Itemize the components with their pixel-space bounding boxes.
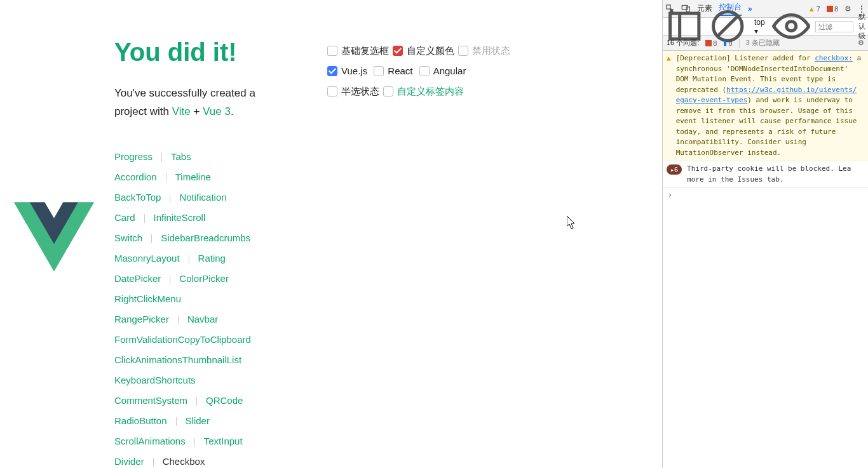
nav-separator <box>196 397 197 406</box>
nav-link-progress[interactable]: Progress <box>114 151 153 162</box>
dep-link-source[interactable]: checkbox: <box>815 54 853 62</box>
nav-link-formvalidation[interactable]: FormValidation <box>114 334 178 345</box>
checkbox-custom-tag[interactable]: 自定义标签内容 <box>383 83 464 101</box>
nav-link-notification[interactable]: Notification <box>179 192 226 203</box>
app-area: You did it! You've successfully created … <box>0 0 662 468</box>
nav-link-masonrylayout[interactable]: MasonryLayout <box>114 253 180 264</box>
dep-link-spec[interactable]: https://w3c.github.io/uievents/ <box>726 86 857 94</box>
nav-separator <box>144 214 145 223</box>
checkbox-react-input[interactable] <box>374 66 384 76</box>
errors-badge[interactable]: 8 <box>827 5 838 13</box>
checkbox-custom-tag-input[interactable] <box>383 86 393 97</box>
hero-title: You did it! <box>114 38 280 67</box>
nav-link-qrcode[interactable]: QRCode <box>206 395 243 406</box>
nav-link-keyboardshortcuts[interactable]: KeyboardShortcuts <box>114 375 196 385</box>
console-toolbar: top ▾ 默认级 <box>663 18 868 36</box>
nav-separator <box>151 234 152 243</box>
nav-link-copytoclipboard[interactable]: CopyToClipboard <box>178 334 251 345</box>
nav-link-switch[interactable]: Switch <box>114 232 142 243</box>
nav-link-thumbnaillist[interactable]: ThumbnailList <box>182 354 241 365</box>
dep-link-types[interactable]: egacy-event-types <box>676 96 748 104</box>
dep-pre: [Deprecation] Listener added for <box>676 54 815 62</box>
svg-rect-3 <box>670 13 699 39</box>
cookie-count-badge[interactable]: ▸ 6 <box>667 164 682 175</box>
nav-separator <box>170 275 170 284</box>
nav-link-checkbox[interactable]: Checkbox <box>163 456 205 467</box>
separator <box>739 39 740 48</box>
nav-link-tabs[interactable]: Tabs <box>171 151 191 162</box>
nav-link-timeline[interactable]: Timeline <box>175 171 211 182</box>
nav-link-sidebar[interactable]: Sidebar <box>161 232 194 243</box>
checkbox-custom-color-input[interactable] <box>393 46 403 56</box>
nav-link-textinput[interactable]: TextInput <box>204 436 243 446</box>
svg-point-7 <box>786 22 796 31</box>
issues-bar: 16 个问题: 8 ▮8 3 条已隐藏 ⚙ <box>663 36 868 51</box>
checkbox-angular-label: Angular <box>433 62 466 81</box>
console-warning-deprecation: ▲ [Deprecation] Listener added for check… <box>663 51 868 161</box>
checkbox-basic-input[interactable] <box>327 46 337 56</box>
checkbox-vuejs-input[interactable] <box>327 66 337 76</box>
cookie-count: 6 <box>674 165 678 175</box>
checkbox-half[interactable]: 半选状态 <box>327 83 379 101</box>
issues-gear-icon[interactable]: ⚙ <box>858 39 864 47</box>
checkbox-disabled-label: 禁用状态 <box>472 42 510 60</box>
nav-link-breadcrumbs[interactable]: Breadcrumbs <box>194 232 250 243</box>
nav-link-rating[interactable]: Rating <box>198 253 226 264</box>
checkbox-demo: 基础复选框 自定义颜色 禁用状态 Vue.js React Angular 半选… <box>327 42 518 102</box>
warning-body: [Deprecation] Listener added for checkbo… <box>676 53 864 158</box>
nav-link-commentsystem[interactable]: CommentSystem <box>114 395 187 406</box>
nav-separator <box>161 153 162 162</box>
component-nav: ProgressTabsAccordionTimelineBackToTopNo… <box>114 147 280 468</box>
nav-link-infinitescroll[interactable]: InfiniteScroll <box>154 212 206 223</box>
nav-link-card[interactable]: Card <box>114 212 135 223</box>
more-tabs-icon[interactable]: » <box>748 4 752 13</box>
nav-link-colorpicker[interactable]: ColorPicker <box>179 273 229 284</box>
issues-chat-badge[interactable]: ▮8 <box>723 39 732 47</box>
vue-logo <box>14 202 94 272</box>
checkbox-react[interactable]: React <box>374 62 412 81</box>
vue3-link[interactable]: Vue 3 <box>203 105 231 117</box>
checkbox-react-label: React <box>388 62 412 81</box>
nav-separator <box>166 173 166 182</box>
issues-err-count: 8 <box>713 39 717 47</box>
nav-separator <box>194 438 195 446</box>
nav-link-clickanimations[interactable]: ClickAnimations <box>114 354 182 365</box>
checkbox-custom-color[interactable]: 自定义颜色 <box>393 42 454 60</box>
nav-link-datepicker[interactable]: DatePicker <box>114 273 161 284</box>
checkbox-angular-input[interactable] <box>419 66 430 76</box>
issues-err-badge[interactable]: 8 <box>705 39 717 47</box>
issues-label: 16 个问题: <box>667 38 699 48</box>
devtools-panel: 元素 控制台 » ▲7 8 ⚙ ⋮ top ▾ 默认级 16 个问题: 8 ▮8… <box>662 0 868 468</box>
nav-link-rightclickmenu[interactable]: RightClickMenu <box>114 293 181 304</box>
hero-subtitle: You've successfully created a project wi… <box>114 84 280 121</box>
checkbox-half-input[interactable] <box>327 86 337 97</box>
nav-link-scrollanimations[interactable]: ScrollAnimations <box>114 436 186 446</box>
checkbox-angular[interactable]: Angular <box>419 62 466 81</box>
nav-link-navbar[interactable]: Navbar <box>187 314 218 324</box>
console-prompt[interactable]: › <box>663 188 868 202</box>
checkbox-vuejs-label: Vue.js <box>341 62 367 81</box>
checkbox-basic[interactable]: 基础复选框 <box>327 42 389 60</box>
log-level-selector[interactable]: 默认级 <box>858 12 865 41</box>
checkbox-custom-tag-label: 自定义标签内容 <box>397 83 464 101</box>
svg-line-6 <box>719 17 738 36</box>
checkbox-vuejs[interactable]: Vue.js <box>327 62 367 81</box>
cookie-body: Third-party cookie will be blocked. Lea … <box>687 164 864 185</box>
nav-separator <box>170 194 170 203</box>
console-messages[interactable]: ▲ [Deprecation] Listener added for check… <box>663 51 868 468</box>
nav-link-slider[interactable]: Slider <box>186 415 210 426</box>
nav-link-rangepicker[interactable]: RangePicker <box>114 314 169 324</box>
nav-link-backtotop[interactable]: BackToTop <box>114 192 161 203</box>
checkbox-disabled-input <box>458 46 468 56</box>
checkbox-custom-color-label: 自定义颜色 <box>407 42 454 60</box>
errors-count: 8 <box>834 5 838 13</box>
console-filter-input[interactable] <box>815 21 853 32</box>
nav-link-divider[interactable]: Divider <box>114 456 144 467</box>
context-selector[interactable]: top ▾ <box>752 17 767 36</box>
nav-link-radiobutton[interactable]: RadioButton <box>114 415 167 426</box>
nav-link-accordion[interactable]: Accordion <box>114 171 157 182</box>
gear-icon[interactable]: ⚙ <box>844 4 851 13</box>
vite-link[interactable]: Vite <box>172 105 191 117</box>
checkbox-half-label: 半选状态 <box>341 83 379 101</box>
warning-icon: ▲ <box>667 53 671 158</box>
